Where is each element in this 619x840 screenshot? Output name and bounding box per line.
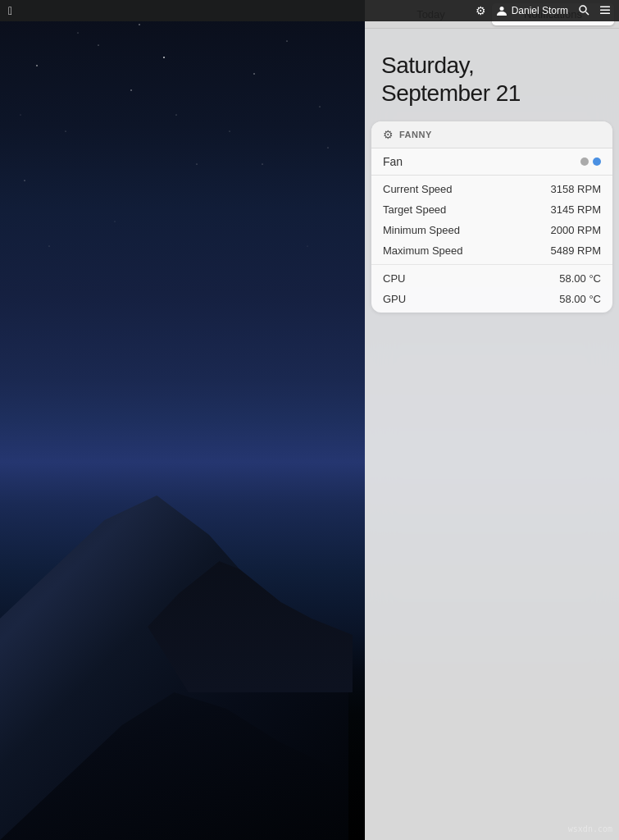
svg-point-14 [49, 246, 50, 247]
svg-rect-25 [600, 12, 610, 14]
person-icon [496, 5, 507, 16]
svg-point-17 [328, 148, 329, 148]
min-speed-value: 2000 RPM [551, 224, 601, 236]
svg-point-19 [307, 246, 308, 247]
target-speed-value: 3145 RPM [551, 203, 601, 216]
target-speed-row: Target Speed 3145 RPM [371, 199, 612, 220]
svg-point-7 [253, 73, 255, 75]
svg-point-1 [98, 44, 98, 45]
gpu-label: GPU [383, 293, 406, 305]
max-speed-value: 5489 RPM [551, 244, 601, 257]
svg-point-6 [24, 180, 25, 180]
menubar-right: ⚙ Daniel Storm [476, 4, 611, 18]
fanny-widget: ⚙ FANNY Fan Current Speed 3158 RPM Targe… [371, 121, 612, 313]
fanny-menubar-icon[interactable]: ⚙ [476, 4, 486, 17]
fan-dot-1[interactable] [580, 158, 589, 166]
user-info: Daniel Storm [496, 5, 568, 16]
svg-rect-23 [600, 6, 610, 7]
min-speed-row: Minimum Speed 2000 RPM [371, 220, 612, 240]
current-speed-label: Current Speed [383, 183, 453, 195]
max-speed-label: Maximum Speed [383, 244, 463, 257]
temp-section: CPU 58.00 °C GPU 58.00 °C [371, 265, 612, 313]
svg-point-21 [580, 6, 586, 12]
cpu-label: CPU [383, 272, 405, 285]
stars-layer [0, 0, 348, 492]
notification-center-panel: Today Notifications Saturday, September … [365, 0, 619, 840]
svg-point-16 [262, 163, 262, 164]
svg-point-8 [230, 131, 230, 132]
svg-point-15 [115, 221, 116, 222]
fan-row: Fan [371, 148, 612, 176]
widget-title: FANNY [399, 130, 432, 139]
current-speed-value: 3158 RPM [551, 183, 601, 195]
svg-point-2 [163, 57, 165, 58]
target-speed-label: Target Speed [383, 203, 446, 216]
svg-point-9 [286, 40, 287, 41]
svg-rect-24 [600, 9, 610, 11]
speed-data-section: Current Speed 3158 RPM Target Speed 3145… [371, 176, 612, 265]
svg-point-4 [130, 89, 131, 90]
widget-header: ⚙ FANNY [371, 121, 612, 148]
min-speed-label: Minimum Speed [383, 224, 460, 236]
cpu-row: CPU 58.00 °C [371, 268, 612, 289]
svg-point-20 [499, 7, 503, 11]
gpu-row: GPU 58.00 °C [371, 289, 612, 309]
svg-point-11 [139, 24, 139, 25]
date-header: Saturday, September 21 [365, 29, 619, 121]
fan-label: Fan [383, 155, 403, 168]
svg-point-13 [196, 163, 197, 164]
search-icon[interactable] [578, 4, 589, 18]
max-speed-row: Maximum Speed 5489 RPM [371, 240, 612, 261]
apple-icon[interactable]:  [8, 4, 12, 17]
svg-point-3 [176, 115, 177, 116]
user-name: Daniel Storm [512, 5, 568, 16]
gpu-value: 58.00 °C [559, 293, 601, 305]
fan-dots [580, 158, 601, 166]
svg-line-22 [586, 11, 589, 15]
date-line1: Saturday, [381, 52, 603, 80]
cpu-value: 58.00 °C [559, 272, 601, 285]
current-speed-row: Current Speed 3158 RPM [371, 179, 612, 199]
menubar-left:  [8, 4, 12, 17]
svg-point-5 [66, 131, 66, 132]
menubar:  ⚙ Daniel Storm [0, 0, 619, 21]
svg-point-18 [20, 115, 21, 116]
svg-point-10 [320, 107, 321, 107]
svg-point-0 [36, 65, 38, 66]
watermark: wsxdn.com [568, 824, 612, 833]
svg-point-12 [78, 33, 79, 34]
fan-dot-2[interactable] [593, 158, 601, 166]
menu-lines-icon[interactable] [599, 4, 611, 18]
date-line2: September 21 [381, 80, 603, 107]
widget-app-icon: ⚙ [381, 128, 394, 141]
